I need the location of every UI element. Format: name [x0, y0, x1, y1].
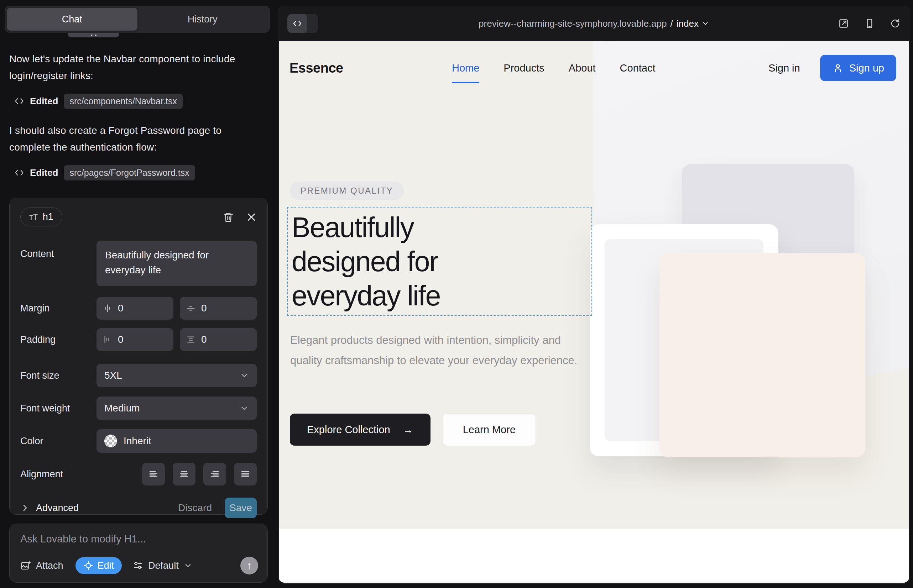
chevron-down-icon — [240, 371, 249, 380]
font-size-label: Font size — [20, 370, 97, 381]
explore-collection-button[interactable]: Explore Collection → — [290, 414, 431, 446]
preview-browser-bar: preview--charming-site-symphony.lovable.… — [278, 6, 910, 41]
file-chip[interactable]: src/pages/ForgotPassword.tsx — [64, 165, 195, 181]
element-editor-panel: тT h1 Content Beautifully designed for e… — [9, 198, 268, 515]
margin-vertical-icon — [186, 304, 196, 313]
margin-label: Margin — [20, 303, 97, 314]
discard-button[interactable]: Discard — [178, 502, 212, 514]
sign-in-link[interactable]: Sign in — [769, 62, 800, 74]
margin-horizontal-icon — [103, 304, 112, 313]
edited-label: Edited — [30, 167, 58, 178]
hero-section: Essence Home Products About Contact Sign… — [279, 41, 909, 529]
padding-y-input[interactable]: 0 — [180, 328, 257, 351]
margin-y-input[interactable]: 0 — [180, 297, 257, 320]
align-left-icon — [148, 469, 159, 480]
color-label: Color — [20, 436, 97, 447]
refresh-button[interactable] — [890, 18, 900, 29]
color-select[interactable]: Inherit — [97, 429, 257, 453]
preview-panel: preview--charming-site-symphony.lovable.… — [278, 6, 910, 584]
attach-image-icon — [20, 560, 31, 571]
mobile-view-button[interactable] — [864, 18, 875, 29]
close-panel-button[interactable] — [246, 212, 257, 223]
preview-site: Essence Home Products About Contact Sign… — [279, 41, 909, 583]
mobile-phone-icon — [864, 18, 875, 29]
chat-message: Now let's update the Navbar component to… — [9, 50, 261, 84]
align-left-button[interactable] — [142, 463, 165, 486]
hero-heading[interactable]: Beautifully designed for everyday life — [291, 210, 440, 313]
external-link-icon — [838, 18, 849, 29]
edited-file-row: Edited src/pages/ForgotPassword.tsx — [14, 165, 195, 181]
edited-file-row: Edited src/components/Navbar.tsx — [14, 93, 183, 109]
file-chip[interactable]: src/components/Navbar.tsx — [64, 94, 183, 109]
alignment-label: Alignment — [20, 469, 97, 480]
code-icon — [14, 168, 24, 178]
content-input[interactable]: Beautifully designed for everyday life — [97, 241, 257, 286]
nav-link-about[interactable]: About — [569, 62, 596, 74]
site-logo[interactable]: Essence — [290, 60, 343, 76]
selected-element-tag: h1 — [43, 212, 53, 223]
transparent-swatch-icon — [104, 435, 117, 447]
edited-label: Edited — [30, 96, 58, 107]
edit-mode-button[interactable]: Edit — [76, 557, 122, 574]
sidebar-tabbar: Chat History — [5, 6, 270, 33]
close-icon — [246, 212, 257, 223]
page-selector[interactable]: index — [677, 18, 709, 29]
target-icon — [83, 561, 93, 570]
chat-sidebar: Chat History Now let's update the Navbar… — [0, 0, 278, 588]
url-separator: / — [670, 18, 673, 29]
trash-icon — [223, 212, 234, 223]
chevron-down-icon — [184, 561, 192, 570]
chat-input-placeholder[interactable]: Ask Lovable to modify H1... — [20, 533, 257, 545]
sliders-icon — [133, 560, 143, 571]
send-button[interactable]: ↑ — [240, 557, 258, 575]
open-in-new-tab-button[interactable] — [838, 18, 849, 29]
sign-up-button[interactable]: Sign up — [820, 55, 896, 81]
margin-x-input[interactable]: 0 — [97, 297, 173, 320]
align-justify-button[interactable] — [234, 463, 257, 486]
delete-element-button[interactable] — [223, 212, 234, 223]
advanced-toggle[interactable]: Advanced — [36, 502, 79, 514]
selected-element-pill[interactable]: тT h1 — [20, 207, 62, 226]
hero-paragraph: Elegant products designed with intention… — [290, 330, 579, 370]
attach-button[interactable]: Attach — [20, 560, 63, 571]
site-navbar: Essence Home Products About Contact Sign… — [290, 54, 896, 82]
scrolled-chip-remnant — [68, 33, 119, 37]
font-weight-select[interactable]: Medium — [97, 396, 257, 420]
chevron-down-icon — [701, 19, 709, 27]
align-center-button[interactable] — [173, 463, 196, 486]
tab-history[interactable]: History — [138, 8, 268, 31]
arrow-up-icon: ↑ — [247, 560, 252, 571]
padding-vertical-icon — [186, 335, 196, 344]
preview-url: preview--charming-site-symphony.lovable.… — [479, 18, 667, 29]
content-label: Content — [20, 241, 97, 260]
font-weight-label: Font weight — [20, 403, 97, 414]
padding-label: Padding — [20, 334, 97, 345]
align-right-icon — [209, 469, 220, 480]
nav-link-contact[interactable]: Contact — [620, 62, 656, 74]
nav-link-products[interactable]: Products — [503, 62, 544, 74]
code-view-toggle[interactable] — [287, 14, 318, 33]
nav-link-home[interactable]: Home — [452, 62, 479, 74]
chevron-down-icon — [240, 404, 249, 413]
code-icon — [287, 14, 307, 33]
tab-chat[interactable]: Chat — [7, 8, 138, 31]
chevron-right-icon — [20, 503, 29, 512]
user-icon — [832, 62, 843, 74]
align-right-button[interactable] — [203, 463, 226, 486]
chat-message: I should also create a Forgot Password p… — [9, 122, 261, 155]
refresh-icon — [890, 18, 900, 29]
chat-input-box[interactable]: Ask Lovable to modify H1... Attach Edit … — [9, 523, 268, 583]
premium-quality-badge: PREMIUM QUALITY — [290, 181, 404, 200]
learn-more-button[interactable]: Learn More — [443, 413, 536, 446]
typography-icon: тT — [29, 212, 38, 222]
padding-x-input[interactable]: 0 — [97, 328, 173, 351]
save-button[interactable]: Save — [225, 498, 257, 518]
decor-card-peach — [659, 253, 865, 457]
font-size-select[interactable]: 5XL — [97, 364, 257, 387]
arrow-right-icon: → — [403, 424, 413, 436]
padding-horizontal-icon — [103, 335, 112, 344]
model-default-button[interactable]: Default — [133, 560, 192, 571]
align-justify-icon — [240, 469, 251, 480]
align-center-icon — [179, 469, 189, 480]
code-icon — [14, 96, 24, 106]
